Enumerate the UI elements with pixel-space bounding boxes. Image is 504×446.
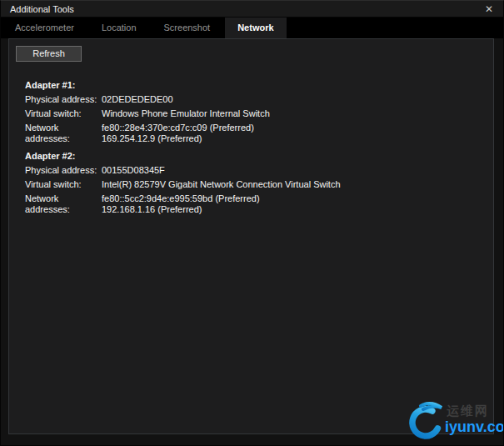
- network-addresses-value: fe80::28e4:370e:cd7c:c09 (Preferred) 169…: [102, 123, 254, 144]
- adapter-heading: Adapter #2:: [25, 149, 493, 163]
- network-panel: Refresh Adapter #1: Physical address: 02…: [8, 38, 494, 434]
- virtual-switch-row: Virtual switch: Intel(R) 82579V Gigabit …: [25, 178, 493, 192]
- adapter-heading: Adapter #1:: [25, 78, 493, 93]
- adapter-section-2: Adapter #2: Physical address: 00155D0834…: [25, 149, 493, 217]
- physical-address-row: Physical address: 00155D08345F: [25, 163, 493, 178]
- address-line: 169.254.12.9 (Preferred): [102, 133, 254, 144]
- virtual-switch-value: Intel(R) 82579V Gigabit Network Connecti…: [102, 178, 341, 192]
- physical-address-label: Physical address:: [25, 93, 102, 107]
- network-addresses-row: Network addresses: fe80::28e4:370e:cd7c:…: [25, 121, 493, 146]
- physical-address-value: 00155D08345F: [102, 163, 165, 178]
- network-addresses-label: Network addresses:: [25, 193, 102, 215]
- window-title: Additional Tools: [10, 1, 74, 18]
- tab-screenshot[interactable]: Screenshot: [152, 18, 223, 38]
- tabbar: Accelerometer Location Screenshot Networ…: [1, 18, 503, 38]
- virtual-switch-label: Virtual switch:: [25, 107, 102, 121]
- adapter-list: Adapter #1: Physical address: 02DEDEDEDE…: [9, 78, 493, 217]
- network-addresses-value: fe80::5cc2:9d4e:e995:59bd (Preferred) 19…: [102, 193, 260, 215]
- titlebar: Additional Tools ✕: [1, 1, 503, 18]
- virtual-switch-label: Virtual switch:: [25, 178, 102, 192]
- virtual-switch-row: Virtual switch: Windows Phone Emulator I…: [25, 107, 493, 121]
- adapter-section-1: Adapter #1: Physical address: 02DEDEDEDE…: [25, 78, 493, 146]
- physical-address-label: Physical address:: [25, 163, 102, 178]
- network-addresses-label: Network addresses:: [25, 123, 102, 144]
- tab-network[interactable]: Network: [225, 18, 286, 38]
- address-line: fe80::5cc2:9d4e:e995:59bd (Preferred): [102, 193, 260, 204]
- virtual-switch-value: Windows Phone Emulator Internal Switch: [102, 107, 270, 121]
- physical-address-value: 02DEDEDEDE00: [102, 93, 173, 107]
- additional-tools-window: Additional Tools ✕ Accelerometer Locatio…: [0, 0, 504, 446]
- address-line: 192.168.1.16 (Preferred): [102, 204, 260, 215]
- refresh-button[interactable]: Refresh: [16, 46, 82, 62]
- network-addresses-row: Network addresses: fe80::5cc2:9d4e:e995:…: [25, 192, 493, 217]
- physical-address-row: Physical address: 02DEDEDEDE00: [25, 93, 493, 107]
- tab-accelerometer[interactable]: Accelerometer: [2, 18, 87, 38]
- close-icon[interactable]: ✕: [482, 2, 496, 17]
- address-line: fe80::28e4:370e:cd7c:c09 (Preferred): [102, 123, 254, 133]
- tab-location[interactable]: Location: [89, 18, 149, 38]
